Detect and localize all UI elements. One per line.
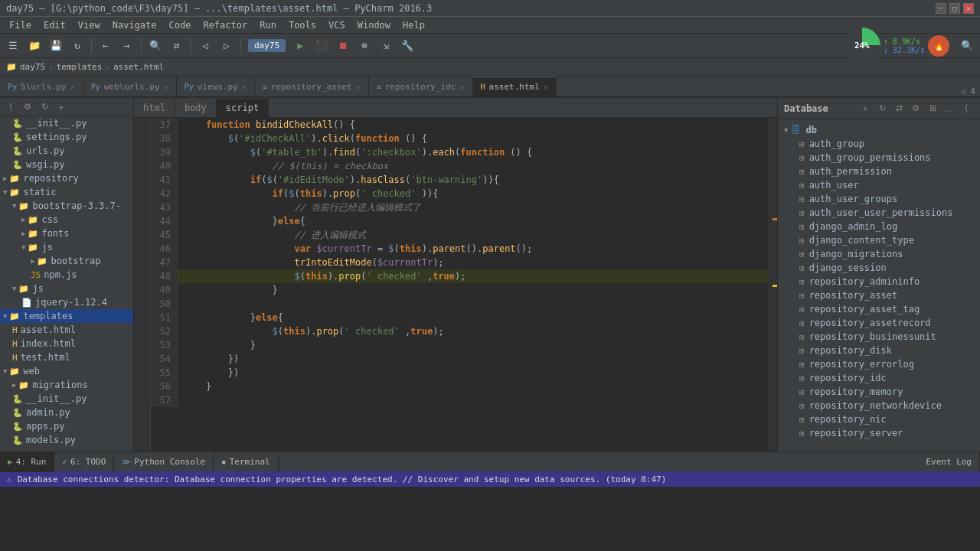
tab-close-asset-html[interactable]: ✕ (544, 83, 548, 91)
breadcrumb-day75[interactable]: day75 (20, 62, 45, 72)
run-tab-event-log[interactable]: Event Log (918, 452, 980, 472)
menu-run[interactable]: Run (253, 18, 283, 32)
toolbar-nav-fwd-btn[interactable]: ▷ (217, 36, 237, 56)
tab-count-badge[interactable]: ◁ 4 (956, 86, 980, 96)
minimize-button[interactable]: ─ (936, 3, 946, 14)
menu-code[interactable]: Code (163, 18, 198, 32)
sidebar-collapse-btn[interactable]: ⟨ (3, 99, 18, 115)
run-tab-todo[interactable]: ✓ 6: TODO (54, 452, 114, 472)
sidebar-item-settings-py[interactable]: 🐍 settings.py (0, 130, 133, 144)
menu-navigate[interactable]: Navigate (106, 18, 163, 32)
tab-close-repo-idc[interactable]: ✕ (459, 83, 464, 91)
editor-tab-script[interactable]: script (217, 99, 269, 117)
sidebar-item-index-html[interactable]: H index.html (0, 337, 133, 350)
code-editor[interactable]: 37 function bindidCheckAll() { 38 $('#id… (151, 118, 768, 452)
sidebar-item-asset-html[interactable]: H asset.html (0, 323, 133, 337)
db-table-django-migrations[interactable]: ⊞ django_migrations (778, 247, 980, 261)
db-add-btn[interactable]: + (858, 101, 873, 116)
menu-file[interactable]: File (3, 18, 38, 32)
db-table-auth-group-permissions[interactable]: ⊞ auth_group_permissions (778, 151, 980, 165)
run-tab-run[interactable]: ▶ 4: Run (0, 452, 54, 472)
db-table-auth-user-user-permissions[interactable]: ⊞ auth_user_user_permissions (778, 206, 980, 220)
sidebar-item-repository[interactable]: ▶ 📁 repository (0, 171, 133, 185)
toolbar-open-btn[interactable]: 📁 (24, 36, 44, 56)
tab-close-urls-py[interactable]: ✕ (70, 83, 75, 91)
db-table-repo-disk[interactable]: ⊞ repository_disk (778, 344, 980, 357)
run-tab-python-console[interactable]: ≫ Python Console (114, 452, 214, 472)
toolbar-more3-btn[interactable]: 🔧 (397, 36, 417, 56)
db-view-btn[interactable]: ⊞ (925, 101, 940, 116)
tab-close-web-urls-py[interactable]: ✕ (164, 83, 168, 91)
window-controls[interactable]: ─ □ ✕ (936, 3, 974, 14)
toolbar-search-global-btn[interactable]: 🔍 (957, 36, 977, 56)
maximize-button[interactable]: □ (949, 3, 960, 14)
tab-asset-html[interactable]: H asset.html ✕ (473, 77, 557, 96)
toolbar-stop-btn[interactable]: ⏹ (333, 36, 353, 56)
sidebar-item-init-py[interactable]: 🐍 __init__.py (0, 116, 133, 130)
sidebar-item-apps-py[interactable]: 🐍 apps.py (0, 419, 133, 433)
sidebar-item-wsgi-py[interactable]: 🐍 wsgi.py (0, 158, 133, 171)
db-table-auth-permission[interactable]: ⊞ auth_permission (778, 165, 980, 178)
sidebar-item-admin-py[interactable]: 🐍 admin.py (0, 406, 133, 419)
sidebar-item-templates[interactable]: ▼ 📁 templates (0, 309, 133, 323)
project-badge[interactable]: day75 (248, 39, 286, 52)
sidebar-item-fonts[interactable]: ▶ 📁 fonts (0, 227, 133, 240)
db-refresh-btn[interactable]: ↻ (874, 101, 890, 116)
toolbar-run-btn[interactable]: ▶ (290, 36, 310, 56)
toolbar-nav-back-btn[interactable]: ◁ (195, 36, 215, 56)
toolbar-more2-btn[interactable]: ⇲ (376, 36, 396, 56)
menu-window[interactable]: Window (351, 18, 397, 32)
sidebar-item-web[interactable]: ▼ 📁 web (0, 364, 133, 378)
toolbar-sync-btn[interactable]: ↻ (67, 36, 87, 56)
db-collapse-btn[interactable]: ⟨ (959, 101, 974, 116)
menu-tools[interactable]: Tools (283, 18, 322, 32)
sidebar-item-bootstrap[interactable]: ▼ 📁 bootstrap-3.3.7- (0, 199, 133, 213)
toolbar-project-btn[interactable]: ☰ (3, 36, 23, 56)
toolbar-search-btn[interactable]: 🔍 (145, 36, 165, 56)
db-table-repo-networkdevice[interactable]: ⊞ repository_networkdevice (778, 399, 980, 412)
menu-vcs[interactable]: VCS (322, 18, 351, 32)
sidebar-item-migrations[interactable]: ▶ 📁 migrations (0, 378, 133, 392)
sidebar-item-models-py[interactable]: 🐍 models.py (0, 433, 133, 447)
db-table-repo-idc[interactable]: ⊞ repository_idc (778, 371, 980, 385)
db-table-repo-nic[interactable]: ⊞ repository_nic (778, 412, 980, 426)
menu-help[interactable]: Help (397, 18, 431, 32)
sidebar-item-bootstrap-js[interactable]: ▶ 📁 bootstrap (0, 254, 133, 268)
db-settings-btn[interactable]: ⚙ (908, 101, 923, 116)
tab-close-repo-asset[interactable]: ✕ (356, 83, 361, 91)
db-table-repo-server[interactable]: ⊞ repository_server (778, 426, 980, 440)
breadcrumb-templates[interactable]: templates (57, 62, 103, 72)
db-table-repo-asset[interactable]: ⊞ repository_asset (778, 289, 980, 302)
sidebar-item-js-bootstrap[interactable]: ▼ 📁 js (0, 240, 133, 254)
breadcrumb-asset-html[interactable]: asset.html (113, 62, 164, 72)
db-table-repo-memory[interactable]: ⊞ repository_memory (778, 385, 980, 399)
db-table-repo-errorlog[interactable]: ⊞ repository_errorlog (778, 357, 980, 371)
sidebar-item-test-html[interactable]: H test.html (0, 350, 133, 364)
run-tab-terminal[interactable]: ▪ Terminal (214, 452, 279, 472)
toolbar-more1-btn[interactable]: ⊕ (354, 36, 374, 56)
db-table-django-session[interactable]: ⊞ django_session (778, 261, 980, 275)
sidebar-settings-btn[interactable]: ⚙ (20, 99, 35, 115)
db-sync-btn[interactable]: ⇄ (891, 101, 906, 116)
toolbar-debug-btn[interactable]: ⬛ (312, 36, 332, 56)
db-more-btn[interactable]: … (942, 101, 957, 116)
sidebar-more-btn[interactable]: + (54, 99, 69, 115)
tab-urls-py[interactable]: Py 5\urls.py ✕ (0, 77, 83, 96)
menu-view[interactable]: View (72, 18, 106, 32)
sidebar-item-urls-py[interactable]: 🐍 urls.py (0, 144, 133, 158)
db-table-repo-assetrecord[interactable]: ⊞ repository_assetrecord (778, 316, 980, 330)
toolbar-back-btn[interactable]: ← (96, 36, 116, 56)
db-table-django-content-type[interactable]: ⊞ django_content_type (778, 233, 980, 247)
tab-close-views-py[interactable]: ✕ (242, 83, 247, 91)
sidebar-item-js[interactable]: ▼ 📁 js (0, 282, 133, 295)
db-table-repo-asset-tag[interactable]: ⊞ repository_asset_tag (778, 302, 980, 316)
sidebar-item-npm-js[interactable]: JS npm.js (0, 268, 133, 282)
db-table-repo-admininfo[interactable]: ⊞ repository_admininfo (778, 275, 980, 289)
menu-refactor[interactable]: Refactor (197, 18, 253, 32)
sidebar-sync-btn[interactable]: ↻ (37, 99, 52, 115)
sidebar-item-css[interactable]: ▶ 📁 css (0, 213, 133, 227)
db-table-django-admin-log[interactable]: ⊞ django_admin_log (778, 220, 980, 233)
close-button[interactable]: ✕ (963, 3, 974, 14)
toolbar-forward-btn[interactable]: → (117, 36, 137, 56)
sidebar-item-jquery[interactable]: 📄 jquery-1.12.4 (0, 295, 133, 309)
